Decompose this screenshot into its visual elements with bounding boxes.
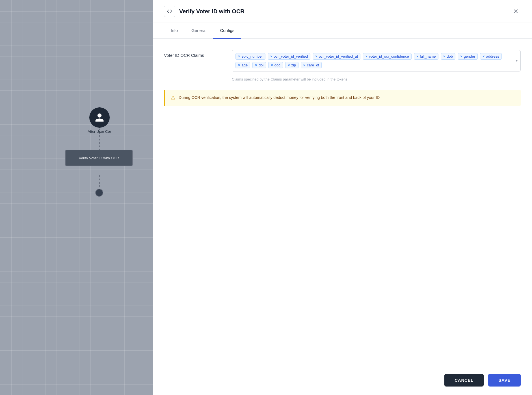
plus-icon bbox=[97, 191, 101, 195]
tag-remove-epic-number[interactable]: × bbox=[238, 55, 240, 58]
tab-configs[interactable]: Configs bbox=[213, 23, 241, 39]
panel-content: Voter ID OCR Claims × epic_number × ocr_… bbox=[153, 39, 532, 365]
code-icon bbox=[167, 8, 172, 14]
tag-label-doi: doi bbox=[259, 63, 263, 67]
user-node: After User Cor bbox=[88, 107, 111, 134]
user-avatar bbox=[89, 107, 110, 128]
cancel-button[interactable]: CANCEL bbox=[444, 374, 484, 387]
tag-remove-doi[interactable]: × bbox=[255, 63, 257, 67]
canvas-background: After User Cor Verify Voter ID with OCR bbox=[0, 0, 153, 395]
voter-id-claims-field: Voter ID OCR Claims × epic_number × ocr_… bbox=[164, 50, 521, 71]
tags-input-container[interactable]: × epic_number × ocr_voter_id_verified × … bbox=[232, 50, 521, 71]
tag-remove-care-of[interactable]: × bbox=[303, 63, 306, 67]
tag-doi[interactable]: × doi bbox=[252, 62, 266, 68]
panel-footer: CANCEL SAVE bbox=[153, 365, 532, 395]
warning-icon: ⚠ bbox=[171, 94, 175, 101]
tag-age[interactable]: × age bbox=[235, 62, 250, 68]
tag-gender[interactable]: × gender bbox=[458, 53, 478, 60]
save-button[interactable]: SAVE bbox=[488, 374, 521, 387]
tag-remove-gender[interactable]: × bbox=[460, 55, 462, 58]
tag-voter-id-ocr-confidence[interactable]: × voter_id_ocr_confidence bbox=[363, 53, 411, 60]
tag-remove-dob[interactable]: × bbox=[443, 55, 446, 58]
tag-remove-doc[interactable]: × bbox=[271, 63, 273, 67]
tag-label-zip: zip bbox=[291, 63, 296, 67]
config-panel: Verify Voter ID with OCR Info General Co… bbox=[153, 0, 532, 395]
canvas-grid bbox=[0, 0, 153, 395]
tag-label-age: age bbox=[242, 63, 248, 67]
panel-title: Verify Voter ID with OCR bbox=[179, 8, 245, 15]
tag-remove-voter-id-ocr-confidence[interactable]: × bbox=[365, 55, 367, 58]
user-node-label: After User Cor bbox=[88, 129, 111, 134]
tag-label-dob: dob bbox=[447, 54, 453, 58]
tag-zip[interactable]: × zip bbox=[285, 62, 299, 68]
tab-info[interactable]: Info bbox=[164, 23, 185, 39]
tag-remove-full-name[interactable]: × bbox=[416, 55, 419, 58]
panel-header: Verify Voter ID with OCR bbox=[153, 0, 532, 23]
voter-id-claims-label: Voter ID OCR Claims bbox=[164, 50, 220, 58]
tab-bar: Info General Configs bbox=[153, 23, 532, 39]
tag-remove-age[interactable]: × bbox=[238, 63, 240, 67]
tag-full-name[interactable]: × full_name bbox=[414, 53, 438, 60]
tag-remove-ocr-voter-id-verified-at[interactable]: × bbox=[315, 55, 317, 58]
tag-epic-number[interactable]: × epic_number bbox=[235, 53, 265, 60]
code-icon-box bbox=[164, 6, 175, 17]
close-button[interactable] bbox=[511, 6, 521, 16]
tab-general[interactable]: General bbox=[185, 23, 213, 39]
field-hint: Claims specified by the Claims parameter… bbox=[164, 77, 521, 81]
tag-dob[interactable]: × dob bbox=[441, 53, 455, 60]
tag-label-ocr-voter-id-verified: ocr_voter_id_verified bbox=[274, 54, 308, 58]
tag-label-address: address bbox=[486, 54, 499, 58]
node-box-label: Verify Voter ID with OCR bbox=[79, 156, 119, 160]
warning-text: During OCR verification, the system will… bbox=[179, 94, 380, 101]
tag-label-ocr-voter-id-verified-at: ocr_voter_id_verified_at bbox=[319, 54, 358, 58]
add-node-button[interactable] bbox=[95, 189, 103, 197]
tag-label-epic-number: epic_number bbox=[242, 54, 263, 58]
tag-label-care-of: care_of bbox=[307, 63, 319, 67]
tag-remove-ocr-voter-id-verified[interactable]: × bbox=[270, 55, 273, 58]
tag-label-full-name: full_name bbox=[420, 54, 436, 58]
node-box[interactable]: Verify Voter ID with OCR bbox=[65, 150, 133, 166]
tag-label-gender: gender bbox=[464, 54, 475, 58]
user-icon bbox=[94, 112, 105, 123]
tag-remove-address[interactable]: × bbox=[483, 55, 485, 58]
warning-banner: ⚠ During OCR verification, the system wi… bbox=[164, 90, 521, 106]
tag-remove-zip[interactable]: × bbox=[288, 63, 290, 67]
close-icon bbox=[513, 8, 519, 14]
tag-care-of[interactable]: × care_of bbox=[301, 62, 322, 68]
tag-ocr-voter-id-verified[interactable]: × ocr_voter_id_verified bbox=[268, 53, 310, 60]
tag-label-doc: doc bbox=[274, 63, 280, 67]
connector-line-bottom bbox=[99, 175, 100, 189]
tag-label-voter-id-ocr-confidence: voter_id_ocr_confidence bbox=[369, 54, 409, 58]
tag-ocr-voter-id-verified-at[interactable]: × ocr_voter_id_verified_at bbox=[313, 53, 360, 60]
tag-address[interactable]: × address bbox=[480, 53, 502, 60]
tag-doc[interactable]: × doc bbox=[268, 62, 283, 68]
dropdown-arrow-icon: ▾ bbox=[516, 59, 518, 63]
panel-header-left: Verify Voter ID with OCR bbox=[164, 6, 245, 17]
